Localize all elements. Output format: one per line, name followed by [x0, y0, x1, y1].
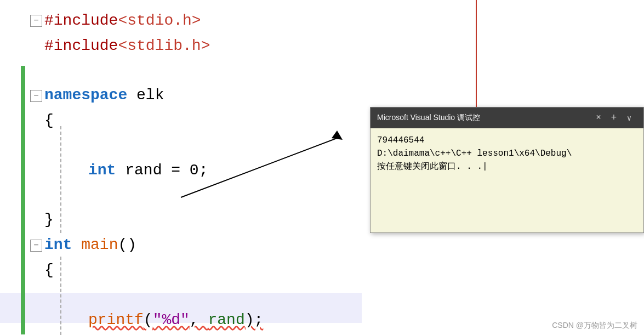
terminal-window: Microsoft Visual Studio 调试控 × + ∨ 794446…: [370, 107, 644, 233]
brace-open1: {: [44, 110, 54, 132]
terminal-tab-dropdown[interactable]: ∨: [622, 110, 637, 126]
printf-paren-open: (: [144, 309, 153, 332]
blank-line-1: [30, 59, 392, 83]
printf-format: "%d": [153, 309, 190, 332]
code-line-main: − int main (): [30, 233, 392, 258]
printf-comma: ,: [190, 309, 208, 332]
terminal-output-line-1: 794446544: [377, 134, 637, 147]
code-line-brace-open1: {: [30, 109, 392, 134]
terminal-output-line-2: D:\daimama\c++\C++ lesson1\x64\Debug\: [377, 147, 637, 160]
main-parens: (): [118, 234, 136, 257]
gutter-bar: [21, 66, 25, 334]
brace-open2: {: [44, 259, 54, 282]
namespace-name: elk: [127, 84, 164, 107]
terminal-new-tab-button[interactable]: +: [606, 110, 622, 126]
brace-close1: }: [44, 209, 54, 231]
editor-area: − #include<stdio.h> #include<stdlib.h> −…: [0, 0, 644, 335]
code-line-include2: #include<stdlib.h>: [30, 33, 392, 59]
terminal-title: Microsoft Visual Studio 调试控: [377, 113, 589, 123]
cursor-line: [476, 0, 477, 121]
include1-hash: #include: [44, 10, 118, 32]
printf-end: );: [245, 309, 264, 332]
blank-line-3: [30, 183, 392, 208]
int-keyword-rand: int: [88, 160, 116, 182]
code-line-include1: − #include<stdio.h>: [30, 8, 392, 33]
printf-func: printf: [88, 309, 144, 332]
terminal-close-button[interactable]: ×: [591, 110, 606, 126]
terminal-body: 794446544 D:\daimama\c++\C++ lesson1\x64…: [371, 128, 643, 232]
main-func: [72, 234, 81, 257]
watermark: CSDN @万物皆为二叉树: [552, 321, 637, 331]
include1-file: <stdio.h>: [118, 10, 201, 32]
fold-icon-include1[interactable]: −: [30, 15, 42, 27]
code-line-brace-open2: {: [30, 258, 392, 283]
int-keyword-main: int: [44, 234, 72, 257]
rand-var: rand = 0;: [116, 160, 208, 182]
fold-icon-main[interactable]: −: [30, 240, 42, 252]
include2-file: <stdlib.h>: [118, 35, 210, 58]
blank-line-4: [30, 283, 392, 308]
namespace-keyword: namespace: [44, 84, 127, 107]
fold-icon-namespace[interactable]: −: [30, 90, 42, 102]
include2-hash: #include: [44, 35, 118, 58]
code-container: − #include<stdio.h> #include<stdlib.h> −…: [30, 0, 392, 335]
printf-rand: rand: [208, 309, 244, 332]
terminal-titlebar: Microsoft Visual Studio 调试控 × + ∨: [371, 107, 643, 128]
code-line-namespace: − namespace elk: [30, 83, 392, 109]
code-line-printf: printf("%d", rand);: [30, 308, 392, 333]
terminal-output-line-3: 按任意键关闭此窗口. . .|: [377, 160, 637, 173]
blank-line-2: [30, 134, 392, 158]
code-line-int-rand: int rand = 0;: [30, 158, 392, 183]
code-line-brace-close1: }: [30, 208, 392, 233]
main-name: main: [81, 234, 118, 257]
